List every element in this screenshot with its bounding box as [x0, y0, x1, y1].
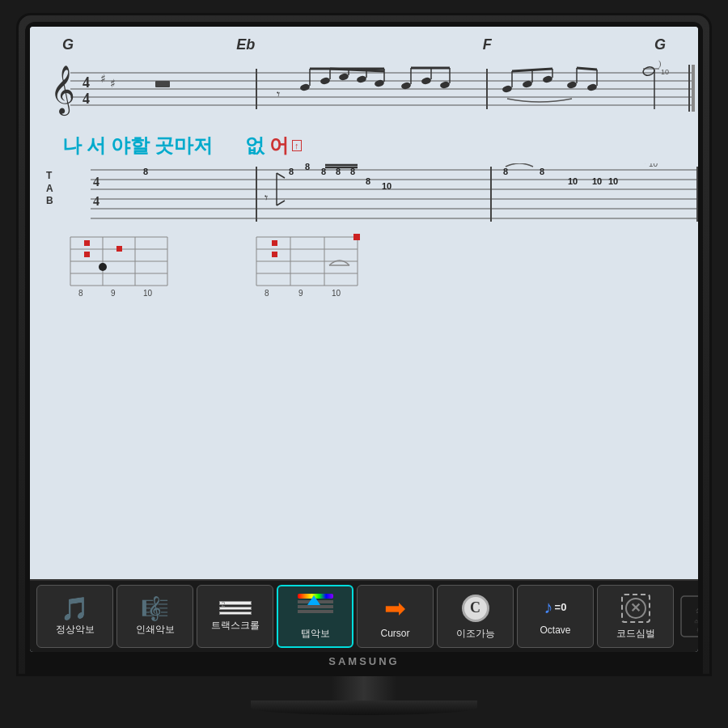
svg-text:10: 10: [568, 176, 578, 186]
lyric-na: 나: [62, 133, 82, 159]
svg-point-99: [99, 263, 107, 271]
svg-line-67: [277, 201, 285, 205]
svg-point-32: [439, 81, 451, 90]
btn-cursor[interactable]: ➡ Cursor: [357, 585, 434, 648]
btn-track-scroll-label: 트랙스크롤: [211, 620, 260, 631]
brand-label: SAMSUNG: [30, 652, 698, 669]
svg-text:10: 10: [608, 176, 618, 186]
btn-chord-symbol-label: 코드심벌: [616, 628, 655, 639]
svg-text:10: 10: [661, 68, 669, 76]
btn-normal-score-label: 정상악보: [56, 624, 95, 635]
svg-line-41: [512, 69, 552, 71]
svg-rect-14: [155, 81, 170, 87]
stand-base: [251, 700, 477, 715]
btn-tab-score-label: 탭악보: [301, 628, 330, 639]
svg-rect-114: [272, 252, 277, 257]
btn-octave-label: Octave: [540, 624, 570, 636]
svg-text:삼성: 삼성: [696, 607, 698, 614]
svg-text:4: 4: [83, 74, 90, 91]
svg-text:): ): [645, 163, 647, 164]
svg-rect-96: [84, 240, 90, 246]
svg-text:4: 4: [83, 91, 90, 107]
chord-diagram-left-svg: 8 9 10: [66, 233, 171, 302]
btn-normal-score[interactable]: 🎵 정상악보: [36, 585, 113, 648]
chord-diagrams: 8 9 10: [46, 233, 682, 305]
lyrics-container: 나 서 야할 곳마저 없 어 ↑: [46, 131, 682, 163]
btn-transpose-label: 이조가능: [456, 628, 495, 639]
svg-text:10: 10: [592, 176, 602, 186]
tab-notation: 4 4 𝄾: [62, 163, 698, 228]
toolbar: 🎵 정상악보 🎼 인쇄악보 2: [30, 579, 698, 652]
svg-point-18: [320, 77, 331, 86]
btn-print-score-label: 인쇄악보: [136, 624, 175, 635]
btn-print-score[interactable]: 🎼 인쇄악보: [116, 585, 193, 648]
svg-text:8: 8: [289, 167, 294, 176]
svg-text:8: 8: [503, 167, 508, 176]
svg-point-22: [356, 75, 367, 84]
tab-label: TAB: [46, 170, 53, 208]
btn-chord-symbol[interactable]: ✕ 코드심벌: [597, 585, 674, 648]
svg-text:♯: ♯: [110, 78, 116, 90]
svg-rect-98: [116, 246, 122, 252]
btn-track-scroll[interactable]: 2 트랙스크롤: [197, 585, 273, 648]
sheet-area: G Eb F G 𝄞: [30, 27, 698, 579]
svg-line-46: [577, 68, 597, 70]
svg-text:10: 10: [143, 289, 153, 298]
stand-neck: [332, 676, 396, 700]
print-score-icon: 🎼: [141, 598, 169, 620]
chord-g2: G: [654, 36, 666, 53]
svg-point-42: [566, 81, 578, 90]
lyric-marker: ↑: [292, 140, 302, 151]
svg-point-16: [299, 83, 311, 92]
svg-point-30: [421, 77, 432, 86]
lyric-seo: 서: [87, 133, 106, 159]
svg-rect-113: [272, 240, 277, 246]
tab-staff-section: TAB 4 4: [46, 163, 682, 228]
svg-text:8: 8: [143, 167, 148, 176]
svg-text:스마트: 스마트: [694, 619, 698, 624]
svg-text:4: 4: [93, 194, 99, 208]
monitor-bezel: G Eb F G 𝄞: [25, 22, 703, 674]
btn-cursor-label: Cursor: [380, 628, 409, 639]
chord-g1: G: [62, 36, 74, 53]
chord-f: F: [483, 36, 492, 53]
svg-text:♯: ♯: [100, 73, 106, 85]
svg-text:4: 4: [93, 175, 99, 188]
svg-text:𝄾: 𝄾: [277, 91, 280, 97]
svg-text:9: 9: [298, 289, 303, 298]
svg-text:𝄾: 𝄾: [265, 195, 268, 201]
monitor: G Eb F G 𝄞: [16, 13, 712, 676]
chord-diagram-left: 8 9 10: [66, 233, 171, 305]
logo-area: 삼성 스마트 뮤직: [677, 592, 698, 641]
lyric-eo: 어: [269, 133, 289, 159]
btn-octave[interactable]: ♪ =0 Octave: [517, 585, 594, 648]
chord-diagram-right-svg: 8 9 10: [252, 233, 366, 302]
svg-text:10: 10: [332, 289, 341, 298]
chord-diagram-right: 8 9 10: [252, 233, 366, 305]
lyric-ya: 야할: [111, 133, 150, 159]
svg-text:8: 8: [305, 163, 310, 171]
svg-text:8: 8: [78, 289, 83, 298]
chord-eb: Eb: [236, 36, 255, 53]
svg-text:): ): [658, 59, 661, 69]
treble-staff: 𝄞 4 4 ♯ ♯: [46, 57, 698, 129]
svg-text:9: 9: [111, 289, 116, 298]
svg-point-39: [542, 75, 553, 84]
btn-transpose[interactable]: C 이조가능: [437, 585, 514, 648]
svg-point-35: [502, 85, 513, 94]
svg-text:뮤직: 뮤직: [696, 628, 698, 633]
lyric-eobs: 없: [245, 133, 265, 159]
btn-tab-score[interactable]: 탭악보: [277, 585, 353, 648]
normal-score-icon: 🎵: [61, 598, 89, 620]
svg-text:8: 8: [366, 176, 370, 186]
svg-rect-119: [681, 596, 698, 637]
svg-point-24: [374, 79, 385, 88]
svg-point-20: [338, 73, 349, 82]
samsung-logo: 삼성 스마트 뮤직: [677, 592, 698, 641]
svg-rect-97: [84, 252, 90, 257]
svg-text:10: 10: [382, 181, 392, 191]
svg-rect-112: [353, 234, 360, 240]
svg-line-66: [277, 173, 285, 178]
lyric-got: 곳마저: [154, 133, 213, 159]
svg-text:8: 8: [540, 167, 544, 176]
